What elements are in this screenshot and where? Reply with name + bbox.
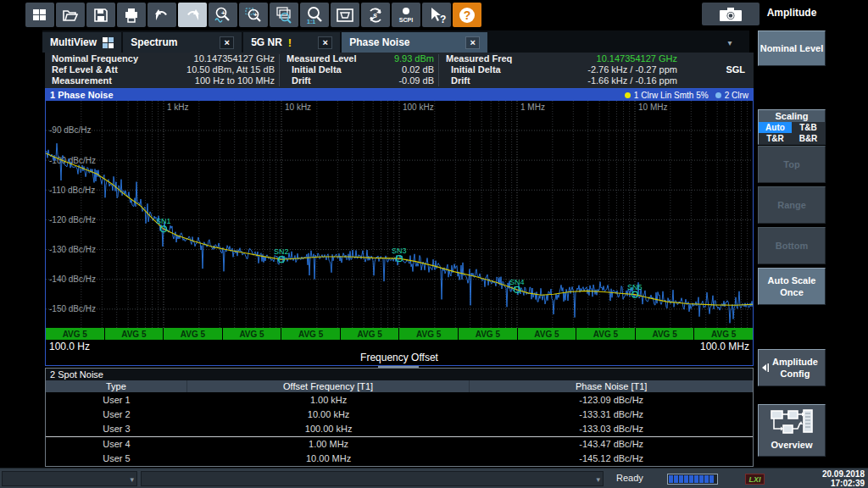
help-icon[interactable]: ? (453, 3, 481, 27)
chevron-down-icon: ▾ (596, 475, 600, 484)
grid-icon (103, 37, 114, 48)
phase-noise-plot[interactable]: -90 dBc/Hz-100 dBc/Hz-110 dBc/Hz-120 dBc… (46, 101, 753, 328)
table-header-row: Type Offset Frequency [T1] Phase Noise [… (46, 380, 753, 392)
close-icon[interactable]: × (318, 36, 332, 49)
chevron-down-icon[interactable]: ▾ (722, 36, 737, 49)
tab-spectrum[interactable]: Spectrum × (123, 32, 242, 53)
svg-text:+: + (253, 11, 258, 19)
phase-noise-window[interactable]: 1 Phase Noise 1 Clrw Lin Smth 5% 2 Clrw … (45, 88, 754, 366)
zoom-trace-icon[interactable]: + (209, 3, 237, 27)
table-row[interactable]: User 41.00 MHz-143.47 dBc/Hz (46, 436, 753, 451)
close-icon[interactable]: × (220, 36, 234, 49)
window-header[interactable]: 1 Phase Noise 1 Clrw Lin Smth 5% 2 Clrw (46, 89, 753, 101)
zoom-area-icon[interactable]: + (239, 3, 268, 27)
avg-segment: AVG 5 (576, 328, 635, 340)
info-value: -2.76 kHz / -0.27 ppm (587, 64, 677, 75)
auto-scale-once-button[interactable]: Auto Scale Once (758, 268, 826, 305)
scaling-option-tb[interactable]: T&B (792, 122, 825, 133)
info-value: 100 Hz to 100 MHz (195, 75, 275, 86)
table-cell: 10.00 MHz (187, 452, 470, 466)
table-cell: User 2 (46, 407, 187, 421)
softkey-menu-title: Amplitude (749, 7, 834, 19)
tab-phase-noise[interactable]: Phase Noise × (342, 32, 487, 53)
table-cell: User 3 (46, 422, 187, 436)
info-label: Measurement (52, 75, 112, 86)
avg-segment: AVG 5 (164, 328, 222, 340)
print-icon[interactable] (117, 3, 146, 27)
zoom-multi-icon[interactable] (270, 3, 298, 27)
progress-segment (689, 475, 693, 483)
continuous-sweep-icon[interactable]: s (361, 3, 390, 27)
table-row[interactable]: User 210.00 kHz-133.31 dBc/Hz (46, 407, 753, 421)
warning-icon: ! (288, 36, 292, 49)
status-dropdown-1[interactable]: ▾ (2, 471, 137, 486)
svg-text:s: s (373, 11, 377, 19)
x-axis-strip: 100.0 Hz 100.0 MHz Frequency Offset (46, 340, 753, 365)
analyzer-screen: + + 1:1 s SCPI ? ? MultiVie (0, 0, 868, 488)
avg-segment: AVG 5 (46, 328, 104, 340)
marker-label: SN3 (392, 247, 407, 255)
table-cell: 10.00 kHz (187, 407, 470, 421)
close-icon[interactable]: × (465, 36, 480, 49)
windows-icon[interactable] (25, 3, 54, 27)
scaling-option-auto[interactable]: Auto (759, 122, 792, 133)
info-label: Measured Level (287, 53, 357, 64)
scaling-option-tr[interactable]: T&R (759, 133, 792, 144)
scaling-panel: Scaling Auto T&B T&R B&R (758, 109, 826, 145)
table-cell: User 1 (46, 392, 187, 407)
scpi-icon[interactable]: SCPI (392, 3, 420, 27)
svg-text:-130 dBc/Hz: -130 dBc/Hz (49, 245, 96, 254)
lxi-icon: LXI (745, 474, 765, 485)
table-row[interactable]: User 11.00 kHz-123.09 dBc/Hz (46, 392, 753, 407)
progress-segment (709, 475, 714, 483)
display-icon[interactable] (331, 3, 359, 27)
info-value: 10.147354127 GHz (597, 53, 677, 64)
svg-text:-150 dBc/Hz: -150 dBc/Hz (49, 304, 96, 313)
status-bar: ▾ ▾ Ready LXI 20.09.2018 17:02:39 (0, 468, 868, 488)
context-help-icon[interactable]: ? (422, 3, 451, 27)
column-header-offset: Offset Frequency [T1] (187, 380, 470, 392)
trace2-label: 2 Clrw (725, 91, 748, 100)
save-icon[interactable] (86, 3, 115, 27)
range-button: Range (758, 186, 826, 224)
undo-icon[interactable] (147, 3, 176, 27)
top-button: Top (758, 146, 826, 183)
progress-segment (684, 475, 688, 483)
svg-text:SCPI: SCPI (399, 17, 413, 23)
redo-icon[interactable] (178, 3, 207, 27)
trace2-color-dot (715, 92, 721, 98)
bottom-button: Bottom (758, 227, 826, 264)
table-cell: -133.03 dBc/Hz (470, 422, 753, 436)
table-row[interactable]: User 3100.00 kHz-133.03 dBc/Hz (46, 422, 753, 436)
svg-text:1:1: 1:1 (307, 19, 315, 25)
avg-segment: AVG 5 (518, 328, 576, 340)
status-dropdown-2[interactable]: ▾ (141, 471, 604, 486)
window-title: 1 Phase Noise (50, 90, 114, 100)
table-cell: 1.00 MHz (187, 437, 470, 451)
avg-segment: AVG 5 (636, 328, 694, 340)
tab-5gnr-label: 5G NR (251, 36, 282, 48)
info-value: 9.93 dBm (394, 53, 434, 64)
scaling-option-br[interactable]: B&R (792, 133, 825, 144)
status-date: 20.09.2018 (822, 469, 865, 479)
table-cell: User 4 (46, 437, 187, 451)
tab-5gnr[interactable]: 5G NR ! × (243, 32, 340, 53)
overview-button[interactable]: Overview (758, 404, 826, 457)
x-axis-stop: 100.0 MHz (700, 341, 749, 352)
info-label: Drift (287, 75, 311, 86)
table-row[interactable]: User 510.00 MHz-145.12 dBc/Hz (46, 452, 753, 466)
avg-segment: AVG 5 (694, 328, 753, 340)
avg-segment: AVG 5 (281, 328, 340, 340)
amplitude-config-button[interactable]: Amplitude Config (758, 349, 826, 386)
zoom-1to1-icon[interactable]: 1:1 (300, 3, 329, 27)
spot-noise-window[interactable]: 2 Spot Noise Type Offset Frequency [T1] … (45, 368, 754, 467)
chevron-down-icon: ▾ (130, 475, 134, 484)
info-label: Initial Delta (446, 64, 501, 75)
tab-multiview[interactable]: MultiView (42, 32, 121, 53)
trace-legend: 1 Clrw Lin Smth 5% 2 Clrw (625, 91, 748, 100)
open-icon[interactable] (56, 3, 85, 27)
status-time: 17:02:39 (822, 479, 865, 488)
avg-segment: AVG 5 (223, 328, 281, 340)
nominal-level-button[interactable]: Nominal Level (758, 30, 826, 66)
svg-text:1 kHz: 1 kHz (167, 103, 189, 112)
